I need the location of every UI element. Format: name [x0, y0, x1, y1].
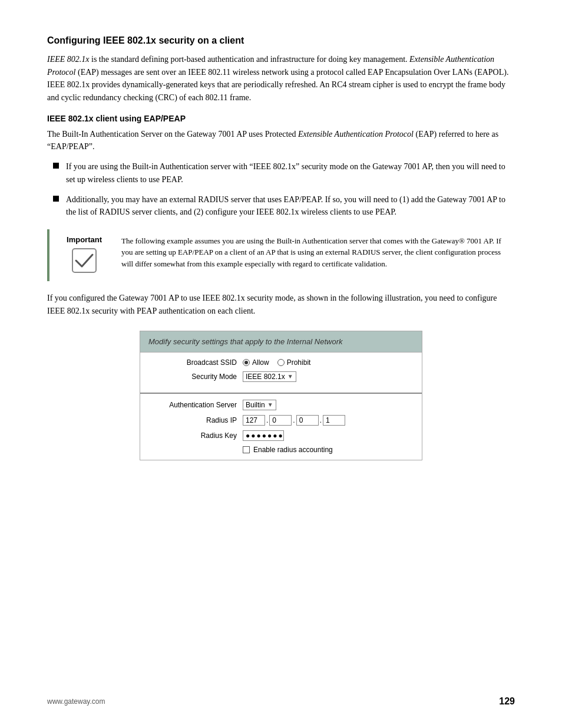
enable-radius-label: Enable radius accounting — [253, 446, 333, 454]
panel-header-text: Modify security settings that apply to t… — [148, 337, 343, 346]
auth-server-value: Builtin — [246, 401, 265, 409]
bullet-icon — [53, 196, 59, 202]
ip-octet-1[interactable]: 127 — [243, 415, 265, 426]
radius-key-input[interactable]: ●●●●●●● — [243, 430, 284, 441]
list-item: Additionally, you may have an external R… — [53, 193, 515, 219]
auth-server-label: Authentication Server — [148, 401, 237, 409]
ip-octet-4[interactable]: 1 — [323, 415, 345, 426]
ui-panel: Modify security settings that apply to t… — [140, 331, 422, 460]
bullet-list: If you are using the Built-in Authentica… — [53, 160, 515, 219]
closing-paragraph: If you configured the Gateway 7001 AP to… — [47, 292, 515, 317]
intro-italic-eap: Extensible Authentication Protocol — [47, 55, 494, 77]
broadcast-ssid-row: Broadcast SSID Allow Prohibit — [148, 358, 414, 367]
important-label: Important — [67, 235, 102, 244]
bullet-text-2: Additionally, you may have an external R… — [66, 193, 515, 219]
list-item: If you are using the Built-in Authentica… — [53, 160, 515, 186]
dropdown-arrow-icon: ▼ — [287, 373, 293, 380]
auth-server-row: Authentication Server Builtin ▼ — [148, 400, 414, 410]
radius-ip-row: Radius IP 127 . 0 . 0 . 1 — [148, 415, 414, 426]
security-mode-row: Security Mode IEEE 802.1x ▼ — [148, 371, 414, 382]
subtitle: IEEE 802.1x client using EAP/PEAP — [47, 114, 515, 123]
auth-dropdown-arrow-icon: ▼ — [267, 401, 273, 408]
prohibit-label: Prohibit — [287, 358, 311, 367]
broadcast-ssid-section: Broadcast SSID Allow Prohibit Security M… — [140, 352, 422, 393]
radius-key-row: Radius Key ●●●●●●● — [148, 430, 414, 441]
intro-paragraph: IEEE 802.1x is the standard defining por… — [47, 53, 515, 104]
radius-key-label: Radius Key — [148, 431, 237, 440]
radius-ip-fields: 127 . 0 . 0 . 1 — [243, 415, 345, 426]
important-label-area: Important — [58, 235, 111, 274]
enable-radius-row: Enable radius accounting — [243, 446, 414, 454]
enable-radius-checkbox[interactable] — [243, 446, 250, 453]
broadcast-ssid-label: Broadcast SSID — [148, 358, 237, 367]
checkmark-icon — [71, 248, 97, 274]
important-box: Important The following example assumes … — [47, 229, 515, 282]
panel-header: Modify security settings that apply to t… — [140, 331, 422, 352]
page-number: 129 — [499, 696, 515, 707]
broadcast-ssid-radio-group: Allow Prohibit — [243, 358, 310, 367]
allow-radio-dot — [243, 359, 250, 366]
prohibit-radio-dot — [277, 359, 285, 366]
ip-octet-2[interactable]: 0 — [269, 415, 292, 426]
allow-label: Allow — [252, 358, 269, 367]
allow-radio[interactable]: Allow — [243, 358, 269, 367]
footer-url: www.gateway.com — [47, 697, 105, 706]
subtitle-body: The Built-In Authentication Server on th… — [47, 128, 515, 153]
important-text: The following example assumes you are us… — [121, 235, 507, 270]
intro-italic-ieee: IEEE 802.1x — [47, 55, 90, 64]
page-content: Configuring IEEE 802.1x security on a cl… — [0, 0, 562, 509]
ip-octet-3[interactable]: 0 — [296, 415, 319, 426]
security-mode-value: IEEE 802.1x — [246, 373, 285, 381]
bullet-icon — [53, 163, 59, 169]
page-title: Configuring IEEE 802.1x security on a cl… — [47, 35, 515, 46]
auth-server-select[interactable]: Builtin ▼ — [243, 400, 276, 410]
auth-server-section: Authentication Server Builtin ▼ Radius I… — [140, 393, 422, 460]
security-mode-label: Security Mode — [148, 373, 237, 381]
prohibit-radio[interactable]: Prohibit — [277, 358, 311, 367]
radius-ip-label: Radius IP — [148, 416, 237, 424]
bullet-text-1: If you are using the Built-in Authentica… — [66, 160, 515, 186]
page-footer: www.gateway.com 129 — [0, 696, 562, 707]
security-mode-select[interactable]: IEEE 802.1x ▼ — [243, 371, 296, 382]
